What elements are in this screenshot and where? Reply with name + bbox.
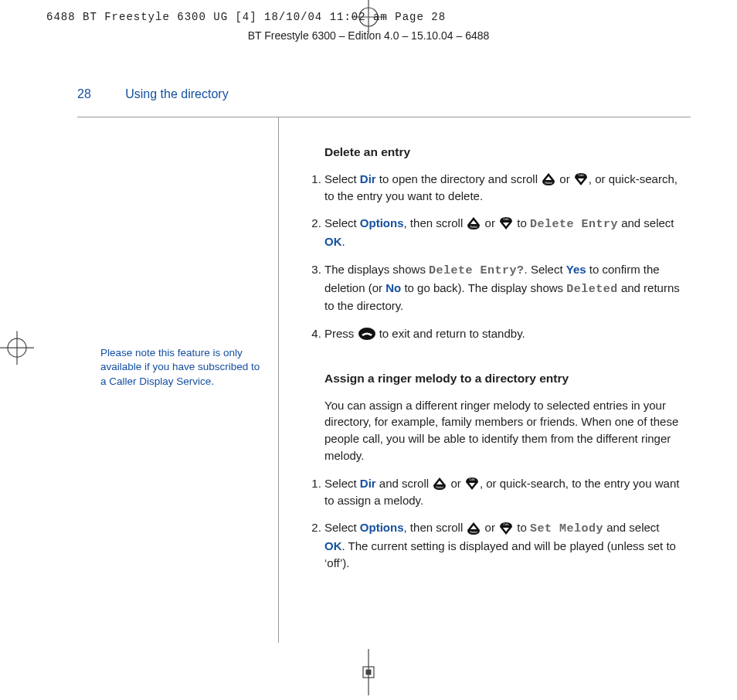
scroll-up-icon xyxy=(432,476,447,491)
step-1: Select Dir and scroll or , or quick-sear… xyxy=(324,475,683,509)
scroll-down-icon xyxy=(464,476,480,491)
margin-column: Please note this feature is only availab… xyxy=(77,117,278,643)
edition-line: BT Freestyle 6300 – Edition 4.0 – 15.10.… xyxy=(0,28,737,43)
heading-assign-ringer: Assign a ringer melody to a directory en… xyxy=(324,370,683,387)
step-3: The displays shows Delete Entry?. Select… xyxy=(324,261,683,314)
scroll-down-icon xyxy=(498,521,514,536)
yes-keyword: Yes xyxy=(566,263,586,276)
dir-keyword: Dir xyxy=(360,477,376,490)
options-keyword: Options xyxy=(360,216,404,229)
main-column: Delete an entry Select Dir to open the d… xyxy=(278,117,691,643)
step-2: Select Options, then scroll or to Delete… xyxy=(324,215,683,250)
lcd-text: Deleted xyxy=(566,283,618,296)
scroll-up-icon xyxy=(466,216,481,231)
end-call-icon xyxy=(358,326,376,342)
scroll-down-icon xyxy=(573,172,589,187)
section-title: Using the directory xyxy=(125,87,228,100)
step-2: Select Options, then scroll or to Set Me… xyxy=(324,519,683,571)
crop-header: 6488 BT Freestyle 6300 UG [4] 18/10/04 1… xyxy=(46,9,446,25)
steps-delete-entry: Select Dir to open the directory and scr… xyxy=(304,171,683,343)
step-1: Select Dir to open the directory and scr… xyxy=(324,171,683,205)
ok-keyword: OK xyxy=(324,235,342,248)
intro-paragraph: You can assign a different ringer melody… xyxy=(324,397,683,464)
lcd-text: Delete Entry? xyxy=(429,264,525,277)
ok-keyword: OK xyxy=(324,539,342,552)
running-head: 28 Using the directory xyxy=(77,85,691,103)
no-keyword: No xyxy=(385,281,401,294)
column-divider xyxy=(278,117,279,643)
scroll-up-icon xyxy=(541,172,556,187)
heading-delete-entry: Delete an entry xyxy=(324,144,683,161)
registration-mark-left-icon xyxy=(0,331,34,369)
page-number: 28 xyxy=(77,87,91,100)
margin-note: Please note this feature is only availab… xyxy=(100,346,261,389)
scroll-down-icon xyxy=(498,216,514,231)
page-content: 28 Using the directory Please note this … xyxy=(77,85,691,669)
step-4: Press to exit and return to standby. xyxy=(324,325,683,342)
options-keyword: Options xyxy=(360,521,404,534)
steps-assign-ringer: Select Dir and scroll or , or quick-sear… xyxy=(304,475,683,572)
lcd-text: Delete Entry xyxy=(530,218,618,231)
lcd-text: Set Melody xyxy=(530,522,603,535)
scroll-up-icon xyxy=(466,521,481,536)
dir-keyword: Dir xyxy=(360,172,376,185)
